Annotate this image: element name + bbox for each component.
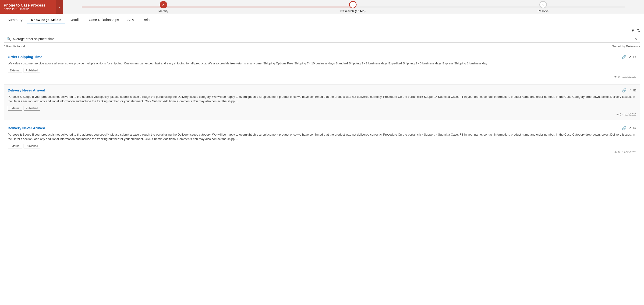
article-card: Delivery Never Arrived 🔗 ↗ ✉ Purpose & S… [4,84,640,120]
article-tags: External Published [8,144,636,148]
search-box: 🔍 ✕ [4,35,640,43]
article-body: Purpose & Scope If your product is not d… [8,132,636,141]
link-article-icon[interactable]: 🔗 [622,126,626,130]
tab-summary[interactable]: Summary [4,16,26,24]
process-header: Phone to Case Process Active for 16 mont… [0,0,644,14]
stage-resolve[interactable]: ○ Resolve [538,1,548,13]
dot-separator: · [622,113,623,116]
tab-case-relationships[interactable]: Case Relationships [85,16,122,24]
article-header: Delivery Never Arrived 🔗 ↗ ✉ [8,126,636,130]
stage-resolve-label: Resolve [538,9,548,13]
open-article-icon[interactable]: ↗ [628,55,632,59]
tag-published: Published [24,144,40,148]
article-tags: External Published [8,106,636,111]
tab-knowledge-article[interactable]: Knowledge Article [27,16,65,24]
collapse-process-button[interactable]: ‹ [56,0,63,14]
process-title: Phone to Case Process [4,3,52,7]
eye-icon: 👁 [614,151,617,154]
nav-tabs: Summary Knowledge Article Details Case R… [0,14,644,24]
article-footer: 👁 0 · 12/30/2020 [8,75,636,78]
article-date: 4/14/2020 [624,113,636,116]
knowledge-article-content: ▼ ⇅ 🔍 ✕ 6 Results found Sorted by Releva… [0,24,644,164]
tab-details[interactable]: Details [66,16,84,24]
article-header: Order Shipping Time 🔗 ↗ ✉ [8,55,636,59]
stage-research-circle: ⊙ [349,1,356,8]
stage-research-label: Research (16 Mo) [340,9,366,13]
tab-related[interactable]: Related [139,16,158,24]
article-actions: 🔗 ↗ ✉ [622,126,636,130]
sort-icon[interactable]: ⇅ [637,28,640,33]
tag-external: External [8,68,22,73]
stage-resolve-circle: ○ [540,1,547,8]
track-remaining [354,6,625,7]
search-icon: 🔍 [7,37,11,41]
article-views: 👁 0 · 12/30/2020 [614,151,636,154]
stage-research[interactable]: ⊙ Research (16 Mo) [340,1,366,13]
tag-published: Published [24,106,40,111]
tag-external: External [8,144,22,148]
article-body: We value customer service above all else… [8,61,636,66]
article-tags: External Published [8,68,636,73]
article-card: Order Shipping Time 🔗 ↗ ✉ We value custo… [4,51,640,82]
article-actions: 🔗 ↗ ✉ [622,88,636,93]
stage-identify-circle: ✓ [160,1,167,8]
article-views: 👁 0 · 12/30/2020 [614,75,636,78]
eye-icon: 👁 [614,75,617,78]
process-title-block: Phone to Case Process Active for 16 mont… [0,0,56,14]
dot-separator: · [621,151,621,154]
email-article-icon[interactable]: ✉ [633,55,636,59]
link-article-icon[interactable]: 🔗 [622,55,626,59]
view-count: 0 [618,75,620,78]
eye-icon: 👁 [616,113,619,116]
filter-icon[interactable]: ▼ [631,28,635,33]
stage-identify-label: Identify [158,9,168,13]
results-info: 6 Results found Sorted by Relevance [4,44,640,48]
article-footer: 👁 0 · 4/14/2020 [8,113,636,116]
open-article-icon[interactable]: ↗ [628,126,632,130]
view-count: 0 [620,113,621,116]
article-title[interactable]: Delivery Never Arrived [8,126,45,130]
search-input[interactable] [12,37,634,41]
email-article-icon[interactable]: ✉ [633,88,636,93]
process-subtitle: Active for 16 months [4,7,52,11]
article-views: 👁 0 · 4/14/2020 [616,113,636,116]
dot-separator: · [621,75,621,78]
tab-sla[interactable]: SLA [124,16,138,24]
stage-identify[interactable]: ✓ Identify [158,1,168,13]
article-title[interactable]: Delivery Never Arrived [8,88,45,92]
open-article-icon[interactable]: ↗ [628,88,632,93]
process-stages: ✓ Identify ⊙ Research (16 Mo) ○ Resolve [63,1,644,13]
article-header: Delivery Never Arrived 🔗 ↗ ✉ [8,88,636,93]
article-date: 12/30/2020 [622,151,636,154]
article-actions: 🔗 ↗ ✉ [622,55,636,59]
tag-external: External [8,106,22,111]
sorted-by: Sorted by Relevance [612,44,640,48]
article-date: 12/30/2020 [622,75,636,78]
track-completed [82,6,354,7]
article-title[interactable]: Order Shipping Time [8,55,42,59]
article-footer: 👁 0 · 12/30/2020 [8,151,636,154]
clear-search-icon[interactable]: ✕ [634,37,637,41]
view-count: 0 [618,151,620,154]
link-article-icon[interactable]: 🔗 [622,88,626,93]
results-count: 6 Results found [4,44,25,48]
tag-published: Published [24,68,40,73]
email-article-icon[interactable]: ✉ [633,126,636,130]
search-toolbar: ▼ ⇅ [4,28,640,33]
article-body: Purpose & Scope If your product is not d… [8,94,636,104]
article-card: Delivery Never Arrived 🔗 ↗ ✉ Purpose & S… [4,122,640,158]
